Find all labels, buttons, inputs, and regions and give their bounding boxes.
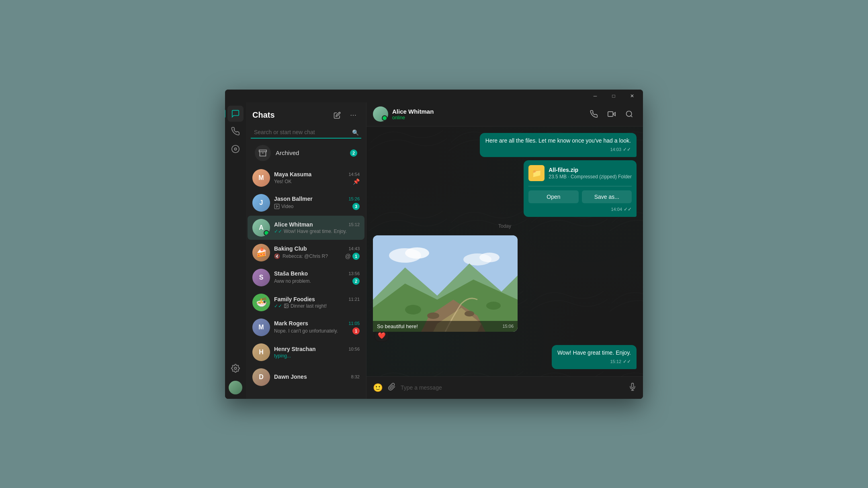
double-check-4: ✓✓ xyxy=(623,358,631,365)
voice-call-button[interactable] xyxy=(587,107,601,121)
search-messages-button[interactable] xyxy=(622,107,637,121)
chat-item-henry[interactable]: H Henry Strachan 10:56 typing... xyxy=(248,340,364,364)
chat-item-family[interactable]: 🍜 Family Foodies 11:21 ✓✓ Dinner last ni… xyxy=(248,290,364,314)
badge-jason: 3 xyxy=(352,203,360,210)
chat-item-jason[interactable]: J Jason Ballmer 15:26 Video 3 xyxy=(248,191,364,215)
chat-header-name: Alice Whitman xyxy=(392,108,587,115)
chat-header-avatar xyxy=(373,106,388,122)
image-caption: So beautiful here! 15:06 xyxy=(373,321,518,332)
chat-time-alice: 15:12 xyxy=(348,222,360,227)
chat-time-henry: 10:56 xyxy=(348,347,360,351)
chat-info-stasa: Staša Benko 13:56 Aww no problem. 2 xyxy=(274,270,360,285)
chat-header-info: Alice Whitman online xyxy=(392,108,587,120)
chat-time-maya: 14:54 xyxy=(348,172,360,177)
chat-name-henry: Henry Strachan xyxy=(274,346,315,352)
chat-preview-baking: 🔇 Rebecca: @Chris R? xyxy=(274,253,345,259)
nav-settings[interactable] xyxy=(227,360,244,376)
nav-status[interactable] xyxy=(227,141,244,157)
open-file-button[interactable]: Open xyxy=(528,190,578,203)
archived-row[interactable]: Archived 2 xyxy=(248,142,364,164)
nav-calls[interactable] xyxy=(227,123,244,139)
chat-name-maya: Maya Kasuma xyxy=(274,171,311,178)
avatar-jason: J xyxy=(252,194,270,212)
svg-rect-10 xyxy=(608,112,613,116)
chat-preview-stasa: Aww no problem. xyxy=(274,278,352,284)
chat-time-dawn: 8:32 xyxy=(351,374,360,379)
attach-button[interactable] xyxy=(388,383,396,393)
chat-info-jason: Jason Ballmer 15:26 Video 3 xyxy=(274,196,360,210)
maximize-button[interactable]: □ xyxy=(604,90,623,102)
avatar-stasa: S xyxy=(252,269,270,286)
double-check-2: ✓✓ xyxy=(624,206,632,212)
app-window: ─ □ ✕ xyxy=(225,90,643,399)
file-size: 23.5 MB · Compressed (zipped) Folder xyxy=(549,174,632,180)
avatar-henry: H xyxy=(252,343,270,361)
chat-name-baking: Baking Club xyxy=(274,245,307,252)
double-check-1: ✓✓ xyxy=(623,146,631,153)
svg-point-8 xyxy=(285,305,286,306)
new-chat-button[interactable] xyxy=(331,109,344,122)
chat-item-alice[interactable]: A Alice Whitman 15:12 ✓✓ Wow! Have great… xyxy=(248,216,364,240)
chat-time-stasa: 13:56 xyxy=(348,271,360,276)
badge-mark: 1 xyxy=(352,327,360,335)
chat-preview-henry: typing... xyxy=(274,353,360,359)
nav-profile[interactable] xyxy=(227,380,244,396)
avatar-dawn: D xyxy=(252,368,270,386)
chat-name-stasa: Staša Benko xyxy=(274,270,308,277)
svg-point-24 xyxy=(405,305,421,314)
file-info: 📁 All-files.zip 23.5 MB · Compressed (zi… xyxy=(528,165,632,181)
sidebar: Chats ⋯ 🔍 xyxy=(246,102,366,399)
avatar-baking: 🍰 xyxy=(252,244,270,261)
chat-preview-mark: Nope. I can't go unfortunately. xyxy=(274,328,352,334)
chat-info-alice: Alice Whitman 15:12 ✓✓ Wow! Have great t… xyxy=(274,221,360,234)
file-message: 📁 All-files.zip 23.5 MB · Compressed (zi… xyxy=(524,160,637,217)
chat-input-area: 🙂 xyxy=(366,376,643,399)
svg-rect-5 xyxy=(274,204,279,209)
nav-sidebar xyxy=(225,102,246,399)
chat-time-baking: 14:43 xyxy=(348,246,360,251)
minimize-button[interactable]: ─ xyxy=(586,90,604,102)
chat-name-family: Family Foodies xyxy=(274,296,315,302)
chat-item-stasa[interactable]: S Staša Benko 13:56 Aww no problem. 2 xyxy=(248,265,364,290)
chat-info-mark: Mark Rogers 11:05 Nope. I can't go unfor… xyxy=(274,320,360,335)
svg-point-22 xyxy=(427,312,439,319)
chat-time-jason: 15:26 xyxy=(348,196,360,201)
chat-name-jason: Jason Ballmer xyxy=(274,196,313,202)
avatar-family: 🍜 xyxy=(252,294,270,311)
video-call-button[interactable] xyxy=(604,107,619,121)
badge-stasa: 2 xyxy=(352,278,360,285)
badge-baking: 1 xyxy=(352,253,360,260)
chat-info-family: Family Foodies 11:21 ✓✓ Dinner last nigh… xyxy=(274,296,360,309)
file-icon: 📁 xyxy=(528,165,545,181)
chat-list: M Maya Kasuma 14:54 Yes! OK 📌 J xyxy=(246,166,366,399)
message-input[interactable] xyxy=(401,384,624,391)
chat-header-status: online xyxy=(392,115,587,120)
svg-point-23 xyxy=(465,311,474,316)
nav-chats[interactable] xyxy=(227,106,244,122)
voice-message-button[interactable] xyxy=(628,383,637,393)
svg-point-11 xyxy=(626,111,632,116)
chat-name-alice: Alice Whitman xyxy=(274,221,313,228)
chat-item-maya[interactable]: M Maya Kasuma 14:54 Yes! OK 📌 xyxy=(248,166,364,190)
save-file-button[interactable]: Save as... xyxy=(582,190,632,203)
svg-point-0 xyxy=(232,145,239,152)
chat-preview-alice: ✓✓ Wow! Have great time. Enjoy. xyxy=(274,229,360,234)
message-1: Here are all the files. Let me know once… xyxy=(480,133,637,157)
avatar-maya: M xyxy=(252,169,270,187)
chat-info-baking: Baking Club 14:43 🔇 Rebecca: @Chris R? @… xyxy=(274,245,360,260)
avatar-alice: A xyxy=(252,219,270,237)
file-actions: Open Save as... xyxy=(528,186,632,203)
svg-point-17 xyxy=(479,253,500,262)
chat-item-dawn[interactable]: D Dawn Jones 8:32 xyxy=(248,365,364,389)
search-input[interactable] xyxy=(251,127,361,139)
at-icon: @ xyxy=(345,253,351,259)
chat-item-mark[interactable]: M Mark Rogers 11:05 Nope. I can't go unf… xyxy=(248,315,364,339)
emoji-button[interactable]: 🙂 xyxy=(373,383,383,392)
more-options-button[interactable]: ⋯ xyxy=(347,109,360,122)
chat-item-baking[interactable]: 🍰 Baking Club 14:43 🔇 Rebecca: @Chris R?… xyxy=(248,241,364,265)
file-name: All-files.zip xyxy=(549,167,632,173)
close-button[interactable]: ✕ xyxy=(623,90,641,102)
sidebar-title: Chats xyxy=(252,110,275,120)
file-details: All-files.zip 23.5 MB · Compressed (zipp… xyxy=(549,167,632,180)
chat-time-family: 11:21 xyxy=(348,297,360,302)
